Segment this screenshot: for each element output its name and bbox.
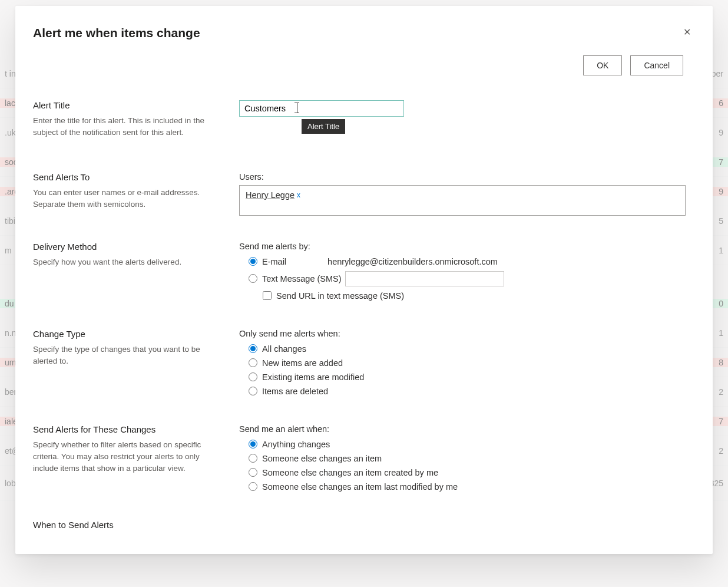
cf-any-radio[interactable] (249, 440, 257, 449)
change-type-label: Change Type (33, 329, 221, 339)
delivery-sms-input[interactable] (345, 271, 504, 286)
tooltip-alert-title: Alert Title (302, 119, 345, 134)
changes-filter-desc: Specify whether to filter alerts based o… (33, 439, 210, 475)
ct-mod-label: Existing items are modified (262, 372, 364, 382)
send-to-label: Send Alerts To (33, 172, 221, 182)
change-type-desc: Specify the type of changes that you wan… (33, 344, 210, 368)
ct-new-radio[interactable] (249, 358, 257, 367)
cf-else-mod-label: Someone else changes an item last modifi… (262, 482, 458, 492)
alert-title-desc: Enter the title for this alert. This is … (33, 115, 210, 139)
delivery-desc: Specify how you want the alerts delivere… (33, 256, 210, 268)
cf-else-mine-row[interactable]: Someone else changes an item created by … (239, 466, 686, 480)
section-send-to: Send Alerts To You can enter user names … (33, 144, 686, 220)
cf-else-mine-label: Someone else changes an item created by … (262, 468, 438, 477)
delivery-email-label: E-mail (262, 257, 286, 266)
cf-else-mod-radio[interactable] (249, 482, 257, 491)
ct-mod-radio[interactable] (249, 372, 257, 381)
changes-filter-lead: Send me an alert when: (239, 424, 686, 434)
section-when: When to Send Alerts (33, 499, 686, 539)
users-label: Users: (239, 172, 686, 182)
when-label: When to Send Alerts (33, 520, 221, 530)
delivery-email-address: henrylegge@citizenbuilders.onmicrosoft.c… (327, 257, 498, 266)
person-name: Henry Legge (246, 190, 294, 200)
ct-mod-row[interactable]: Existing items are modified (239, 370, 686, 384)
delivery-sms-url-label: Send URL in text message (SMS) (276, 291, 404, 301)
cf-else-mod-row[interactable]: Someone else changes an item last modifi… (239, 480, 686, 494)
section-alert-title: Alert Title Enter the title for this ale… (33, 86, 686, 144)
delivery-email-row[interactable]: E-mail henrylegge@citizenbuilders.onmicr… (239, 255, 686, 269)
change-type-lead: Only send me alerts when: (239, 329, 686, 338)
section-changes-filter: Send Alerts for These Changes Specify wh… (33, 403, 686, 499)
ct-new-row[interactable]: New items are added (239, 356, 686, 370)
ct-all-row[interactable]: All changes (239, 342, 686, 356)
alert-title-label: Alert Title (33, 100, 221, 110)
delivery-email-radio[interactable] (249, 257, 257, 266)
cf-else-radio[interactable] (249, 454, 257, 463)
cf-any-label: Anything changes (262, 440, 330, 449)
changes-filter-label: Send Alerts for These Changes (33, 424, 221, 434)
ct-del-row[interactable]: Items are deleted (239, 384, 686, 398)
alert-title-input[interactable] (239, 100, 404, 117)
section-delivery: Delivery Method Specify how you want the… (33, 220, 686, 308)
ct-all-label: All changes (262, 344, 306, 354)
cancel-button[interactable]: Cancel (630, 55, 683, 75)
ct-all-radio[interactable] (249, 344, 257, 353)
cf-else-mine-radio[interactable] (249, 468, 257, 477)
delivery-label: Delivery Method (33, 242, 221, 252)
cf-any-row[interactable]: Anything changes (239, 437, 686, 451)
ct-new-label: New items are added (262, 358, 343, 368)
close-icon: ✕ (683, 27, 691, 38)
delivery-sms-radio[interactable] (249, 274, 257, 283)
close-button[interactable]: ✕ (677, 22, 696, 41)
ct-del-label: Items are deleted (262, 387, 328, 396)
delivery-sms-row[interactable]: Text Message (SMS) (239, 269, 686, 289)
delivery-sms-url-row[interactable]: Send URL in text message (SMS) (239, 289, 686, 303)
delivery-sms-label: Text Message (SMS) (262, 274, 342, 283)
remove-person-icon[interactable]: x (297, 191, 300, 199)
delivery-sms-url-checkbox[interactable] (263, 291, 272, 300)
users-people-picker[interactable]: Henry Legge x (239, 185, 686, 216)
section-change-type: Change Type Specify the type of changes … (33, 308, 686, 403)
person-chip: Henry Legge x (246, 190, 300, 200)
ok-button[interactable]: OK (583, 55, 622, 75)
send-to-desc: You can enter user names or e-mail addre… (33, 187, 210, 211)
delivery-lead: Send me alerts by: (239, 242, 686, 251)
cf-else-row[interactable]: Someone else changes an item (239, 451, 686, 466)
cf-else-label: Someone else changes an item (262, 454, 382, 463)
dialog-title: Alert me when items change (33, 26, 695, 40)
dialog-scroll-area[interactable]: OK Cancel Alert Title Enter the title fo… (33, 53, 689, 554)
ct-del-radio[interactable] (249, 387, 257, 395)
alert-dialog: ✕ Alert me when items change OK Cancel A… (15, 6, 713, 554)
